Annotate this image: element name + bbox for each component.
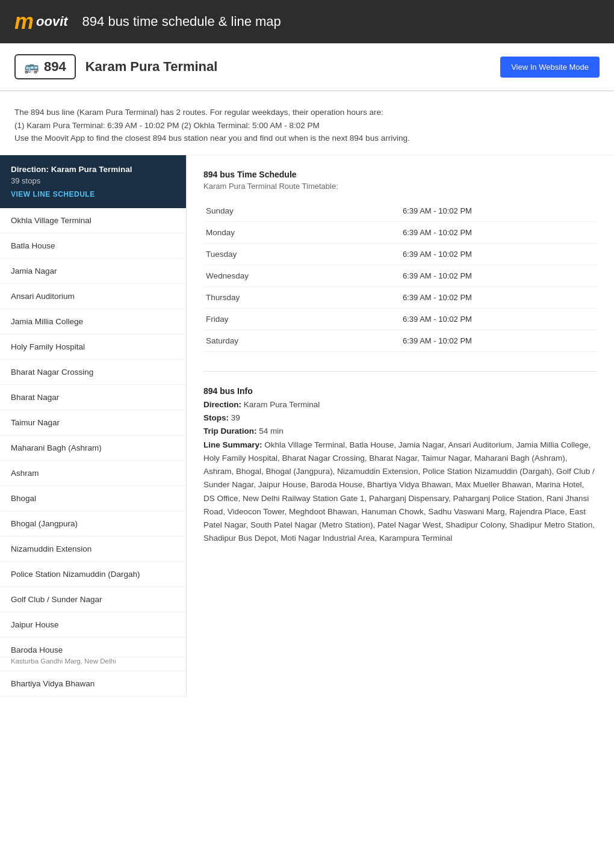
- bus-icon: 🚌: [24, 60, 39, 74]
- hours-cell: 6:39 AM - 10:02 PM: [400, 265, 597, 286]
- stops-label-info: Stops:: [203, 413, 229, 422]
- list-item: Ansari Auditorium: [0, 284, 186, 309]
- table-row: Saturday6:39 AM - 10:02 PM: [203, 330, 597, 351]
- schedule-table: Sunday6:39 AM - 10:02 PMMonday6:39 AM - …: [203, 200, 597, 352]
- list-item: Nizamuddin Extension: [0, 537, 186, 562]
- list-item: Taimur Nagar: [0, 410, 186, 436]
- schedule-section: 894 bus Time Schedule Karam Pura Termina…: [203, 170, 597, 352]
- logo-m-letter: m: [14, 11, 34, 32]
- direction-box: Direction: Karam Pura Terminal 39 stops …: [0, 155, 186, 208]
- table-row: Tuesday6:39 AM - 10:02 PM: [203, 243, 597, 265]
- day-cell: Friday: [203, 308, 400, 330]
- page-title: 894 bus time schedule & line map: [82, 14, 281, 29]
- hours-cell: 6:39 AM - 10:02 PM: [400, 221, 597, 243]
- list-item: Jamia Millia College: [0, 309, 186, 334]
- table-row: Monday6:39 AM - 10:02 PM: [203, 221, 597, 243]
- bus-bar: 🚌 894 Karam Pura Terminal View In Websit…: [0, 43, 614, 91]
- day-cell: Sunday: [203, 200, 400, 222]
- stops-count: 39 stops: [11, 176, 175, 185]
- page-header: m oovit 894 bus time schedule & line map: [0, 0, 614, 43]
- info-title: 894 bus Info: [203, 386, 597, 396]
- day-cell: Wednesday: [203, 265, 400, 286]
- moovit-logo: m oovit: [14, 11, 68, 32]
- left-column: Direction: Karam Pura Terminal 39 stops …: [0, 155, 187, 697]
- list-item: Jaipur House: [0, 612, 186, 638]
- hours-cell: 6:39 AM - 10:02 PM: [400, 286, 597, 308]
- list-item: Holy Family Hospital: [0, 334, 186, 360]
- direction-label-info: Direction:: [203, 400, 241, 409]
- list-item: Police Station Nizamuddin (Dargah): [0, 562, 186, 587]
- terminal-name: Karam Pura Terminal: [85, 59, 218, 75]
- list-item: Bhogal (Jangpura): [0, 511, 186, 537]
- bus-number: 894: [44, 59, 66, 75]
- list-item: Batla House: [0, 233, 186, 259]
- summary-value-info: Okhla Village Terminal, Batla House, Jam…: [203, 440, 595, 543]
- stops-list: Okhla Village TerminalBatla HouseJamia N…: [0, 208, 186, 697]
- list-item: Ashram: [0, 461, 186, 486]
- list-item: Bhartiya Vidya Bhawan: [0, 671, 186, 697]
- list-item: Maharani Bagh (Ashram): [0, 436, 186, 461]
- hours-cell: 6:39 AM - 10:02 PM: [400, 243, 597, 265]
- direction-label: Direction: Karam Pura Terminal: [11, 165, 175, 174]
- schedule-subtitle: Karam Pura Terminal Route Timetable:: [203, 182, 597, 191]
- direction-value-info: Karam Pura Terminal: [244, 400, 320, 409]
- day-cell: Thursday: [203, 286, 400, 308]
- day-cell: Saturday: [203, 330, 400, 351]
- logo-rest: oovit: [36, 14, 68, 29]
- stops-value-info: 39: [231, 413, 240, 422]
- day-cell: Tuesday: [203, 243, 400, 265]
- info-text: Direction: Karam Pura Terminal Stops: 39…: [203, 398, 597, 546]
- bus-badge-group: 🚌 894 Karam Pura Terminal: [14, 54, 217, 79]
- bus-number-badge: 🚌 894: [14, 54, 76, 79]
- list-item: Jamia Nagar: [0, 259, 186, 284]
- table-row: Sunday6:39 AM - 10:02 PM: [203, 200, 597, 222]
- list-item: Bhogal: [0, 486, 186, 511]
- hours-cell: 6:39 AM - 10:02 PM: [400, 330, 597, 351]
- divider: [203, 371, 597, 372]
- table-row: Friday6:39 AM - 10:02 PM: [203, 308, 597, 330]
- description-text: The 894 bus line (Karam Pura Terminal) h…: [14, 106, 600, 145]
- summary-label-info: Line Summary:: [203, 440, 262, 449]
- main-content: Direction: Karam Pura Terminal 39 stops …: [0, 155, 614, 697]
- hours-cell: 6:39 AM - 10:02 PM: [400, 200, 597, 222]
- list-item: Okhla Village Terminal: [0, 208, 186, 233]
- list-item: Bharat Nagar: [0, 385, 186, 410]
- list-item: Baroda House: [0, 638, 186, 657]
- view-website-button[interactable]: View In Website Mode: [500, 57, 600, 78]
- table-row: Wednesday6:39 AM - 10:02 PM: [203, 265, 597, 286]
- stop-sub-text: Kasturba Gandhi Marg, New Delhi: [0, 657, 186, 671]
- duration-value-info: 54 min: [259, 426, 284, 436]
- table-row: Thursday6:39 AM - 10:02 PM: [203, 286, 597, 308]
- right-column: 894 bus Time Schedule Karam Pura Termina…: [187, 155, 614, 697]
- duration-label-info: Trip Duration:: [203, 426, 257, 436]
- list-item: Bharat Nagar Crossing: [0, 360, 186, 385]
- day-cell: Monday: [203, 221, 400, 243]
- description-block: The 894 bus line (Karam Pura Terminal) h…: [0, 91, 614, 155]
- schedule-title: 894 bus Time Schedule: [203, 170, 597, 179]
- view-schedule-link[interactable]: VIEW LINE SCHEDULE: [11, 190, 95, 199]
- hours-cell: 6:39 AM - 10:02 PM: [400, 308, 597, 330]
- list-item: Golf Club / Sunder Nagar: [0, 587, 186, 612]
- info-section: 894 bus Info Direction: Karam Pura Termi…: [203, 386, 597, 546]
